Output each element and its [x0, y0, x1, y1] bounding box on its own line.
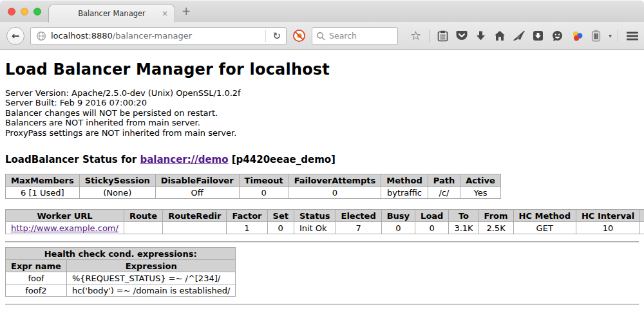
cell-elected: 7 [336, 222, 381, 234]
col-disablefailover: DisableFailover [155, 174, 239, 187]
col-active: Active [460, 174, 501, 187]
minimize-window-button[interactable] [21, 8, 28, 15]
cell-route [124, 222, 162, 234]
url-bar[interactable]: localhost:8880/balancer-manager ↻ [30, 27, 287, 45]
cell-load: 0 [415, 222, 449, 234]
col-timeout: Timeout [239, 174, 289, 187]
col-stickysession: StickySession [79, 174, 155, 187]
cell-worker-url: http://www.example.com/ [6, 222, 124, 234]
toolbar-icons: ☆ [410, 29, 612, 43]
cell-failoverattempts: 0 [289, 187, 381, 199]
col-expression: Expression [66, 260, 236, 272]
overflow-caret-icon[interactable]: ▾ [609, 29, 612, 43]
bottom-divider [5, 304, 639, 305]
cell-expression-foof2: hc('body') =~ /domain is established/ [66, 284, 236, 297]
color-dots-icon[interactable] [571, 29, 583, 43]
health-check-expressions-table: Health check cond. expressions: Expr nam… [5, 247, 236, 297]
hc-title-row: Health check cond. expressions: [6, 248, 236, 260]
col-to: To [449, 210, 478, 222]
col-set: Set [267, 210, 294, 222]
col-elected: Elected [336, 210, 381, 222]
balancer-data-row: 6 [1 Used] (None) Off 0 0 bytraffic /c/ … [6, 187, 501, 199]
hc-table-title: Health check cond. expressions: [6, 248, 236, 260]
cell-to: 3.1K [449, 222, 478, 234]
proxypass-note-line: ProxyPass settings are NOT inherited fro… [5, 128, 644, 138]
search-input[interactable] [329, 31, 387, 41]
reload-button[interactable]: ↻ [270, 30, 283, 42]
new-tab-button[interactable]: + [182, 6, 191, 17]
content-blocked-button[interactable] [292, 29, 306, 42]
url-path: /balancer-manager [113, 31, 192, 41]
cell-set: 0 [267, 222, 294, 234]
zoom-window-button[interactable] [33, 8, 41, 15]
server-built-line: Server Built: Feb 9 2016 07:00:20 [5, 98, 644, 107]
cell-maxmembers: 6 [1 Used] [6, 187, 80, 199]
cell-hc-method: GET [513, 222, 576, 234]
cell-active: Yes [460, 187, 501, 199]
cell-method: bytraffic [381, 187, 428, 199]
feedback-smiley-icon[interactable] [551, 29, 564, 43]
back-button[interactable]: ← [6, 27, 24, 45]
col-hc-interval: HC Interval [576, 210, 639, 222]
balancer-demo-link[interactable]: balancer://demo [140, 154, 228, 165]
hc-row-foof2: foof2 hc('body') =~ /domain is establish… [6, 284, 236, 297]
search-icon [316, 32, 325, 41]
navigation-toolbar: ← localhost:8880/balancer-manager ↻ [0, 22, 644, 50]
bookmark-star-icon[interactable]: ☆ [410, 29, 421, 43]
hc-row-foof: foof %{REQUEST_STATUS} =~ /^[234]/ [6, 272, 236, 284]
send-plane-icon[interactable] [513, 29, 525, 43]
section-divider [5, 241, 639, 243]
col-route: Route [124, 210, 162, 222]
status-heading-suffix: [p4420eeae_demo] [229, 154, 336, 165]
blocked-plugin-icon [292, 29, 306, 42]
url-text[interactable]: localhost:8880/balancer-manager [51, 31, 261, 41]
menu-hamburger-icon[interactable] [626, 29, 639, 43]
cell-path: /c/ [428, 187, 460, 199]
col-failoverattempts: FailoverAttempts [289, 174, 381, 187]
tab-balancer-manager[interactable]: Balancer Manager × [48, 4, 175, 23]
cell-passes: 1 (0) [640, 222, 644, 234]
cell-timeout: 0 [239, 187, 289, 199]
toolbar-right-group [618, 29, 644, 43]
cell-from: 2.5K [478, 222, 513, 234]
save-to-box-icon[interactable] [533, 29, 544, 43]
col-hc-method: HC Method [513, 210, 576, 222]
tab-title: Balancer Manager [78, 9, 146, 18]
cell-hc-interval: 10 [576, 222, 639, 234]
worker-url-link[interactable]: http://www.example.com/ [11, 223, 118, 233]
globe-icon [36, 31, 46, 41]
clipboard-icon[interactable] [437, 29, 448, 43]
tab-close-icon[interactable]: × [162, 9, 168, 18]
server-info: Server Version: Apache/2.5.0-dev (Unix) … [5, 88, 644, 138]
toolbar-divider-right [618, 30, 618, 42]
cell-factor: 1 [227, 222, 267, 234]
search-bar[interactable] [312, 27, 398, 45]
cell-routeredir [163, 222, 227, 234]
persist-note-line: Balancer changes will NOT be persisted o… [5, 108, 644, 118]
col-from: From [478, 210, 513, 222]
cell-disablefailover: Off [155, 187, 239, 199]
download-icon[interactable] [475, 29, 486, 43]
status-heading-prefix: LoadBalancer Status for [5, 154, 140, 165]
close-window-button[interactable] [8, 8, 15, 15]
window-controls [8, 8, 41, 15]
col-expr-name: Expr name [6, 260, 67, 272]
cell-expression-foof: %{REQUEST_STATUS} =~ /^[234]/ [66, 272, 236, 284]
url-divider [265, 30, 266, 42]
balancer-settings-table: MaxMembers StickySession DisableFailover… [5, 174, 501, 199]
pocket-icon[interactable] [456, 29, 468, 43]
col-busy: Busy [381, 210, 415, 222]
worker-header-row: Worker URL Route RouteRedir Factor Set S… [6, 210, 644, 222]
cell-busy: 0 [381, 222, 415, 234]
col-load: Load [415, 210, 449, 222]
col-maxmembers: MaxMembers [6, 174, 80, 187]
col-path: Path [428, 174, 460, 187]
col-worker-url: Worker URL [6, 210, 124, 222]
tab-bar: Balancer Manager × + [0, 0, 644, 22]
home-icon[interactable] [494, 29, 506, 43]
worker-data-row: http://www.example.com/ 1 0 Init Ok 7 0 … [6, 222, 644, 234]
page-title: Load Balancer Manager for localhost [5, 50, 644, 79]
balancers-note-line: Balancers are NOT inherited from main se… [5, 118, 644, 127]
battery-container-icon[interactable] [591, 29, 601, 43]
back-arrow-icon: ← [12, 30, 20, 42]
